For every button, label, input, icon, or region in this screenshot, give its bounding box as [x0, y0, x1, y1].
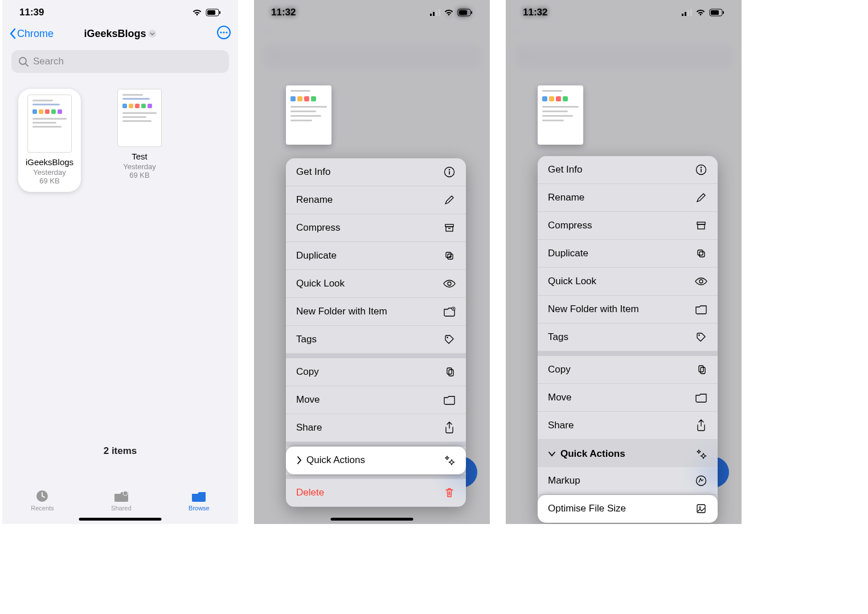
menu-quick-look[interactable]: Quick Look	[538, 268, 718, 296]
pencil-icon	[443, 194, 456, 206]
svg-point-11	[123, 491, 128, 496]
svg-rect-44	[723, 11, 724, 14]
file-preview-thumb	[286, 85, 331, 145]
chevron-down-icon	[149, 30, 157, 38]
menu-delete[interactable]: Delete	[286, 479, 466, 507]
pencil-icon	[695, 191, 707, 204]
menu-quick-actions[interactable]: Quick Actions	[286, 447, 466, 474]
duplicate-icon	[695, 247, 707, 260]
svg-rect-19	[459, 10, 467, 15]
svg-rect-20	[471, 11, 472, 14]
status-time: 11:32	[271, 7, 296, 18]
svg-rect-38	[682, 14, 683, 16]
file-preview-thumb	[538, 85, 583, 145]
search-icon	[18, 56, 28, 67]
compress-image-icon	[695, 502, 707, 515]
menu-rename[interactable]: Rename	[286, 186, 466, 214]
file-size: 69 KB	[18, 177, 81, 185]
item-count: 2 items	[2, 445, 238, 457]
menu-move[interactable]: Move	[286, 386, 466, 414]
menu-separator	[538, 351, 718, 356]
wifi-icon	[444, 9, 454, 17]
archive-icon	[695, 219, 707, 232]
folder-plus-icon	[443, 305, 456, 318]
screen-quick-actions-expanded: 11:32 — — 11:32 Get Info Rename Compress	[506, 0, 742, 524]
menu-quick-actions-header[interactable]: Quick Actions	[538, 440, 718, 467]
context-menu: Get Info Rename Compress Duplicate Quick…	[538, 156, 718, 523]
trash-icon	[443, 486, 456, 499]
tab-recents[interactable]: Recents	[31, 489, 54, 511]
tab-browse[interactable]: Browse	[189, 489, 210, 511]
menu-duplicate[interactable]: Duplicate	[538, 240, 718, 268]
menu-get-info[interactable]: Get Info	[286, 158, 466, 186]
menu-move[interactable]: Move	[538, 384, 718, 412]
folder-plus-icon	[695, 303, 707, 316]
signal-icon	[430, 9, 440, 16]
menu-copy[interactable]: Copy	[538, 356, 718, 384]
file-item-test[interactable]: Test Yesterday 69 KB	[108, 89, 171, 192]
menu-compress[interactable]: Compress	[286, 214, 466, 242]
menu-share[interactable]: Share	[286, 414, 466, 442]
search-input[interactable]: Search	[11, 50, 229, 73]
menu-quick-look[interactable]: Quick Look	[286, 270, 466, 298]
share-icon	[695, 419, 707, 432]
svg-point-52	[699, 280, 703, 283]
status-bar: 11:39	[2, 0, 238, 22]
folder-icon	[695, 391, 707, 404]
more-button[interactable]	[216, 25, 231, 42]
menu-tags[interactable]: Tags	[538, 324, 718, 351]
menu-share[interactable]: Share	[538, 412, 718, 440]
eye-icon	[695, 275, 707, 288]
tab-shared[interactable]: Shared	[111, 489, 131, 511]
menu-get-info[interactable]: Get Info	[538, 156, 718, 184]
info-icon	[695, 163, 707, 176]
menu-separator	[286, 354, 466, 358]
menu-new-folder[interactable]: New Folder with Item	[538, 296, 718, 324]
menu-optimise-file-size[interactable]: Optimise File Size	[538, 495, 718, 523]
duplicate-icon	[443, 249, 456, 262]
back-button[interactable]: Chrome	[9, 28, 54, 40]
wifi-icon	[695, 9, 706, 17]
svg-rect-41	[690, 9, 692, 16]
file-date: Yesterday	[18, 168, 81, 177]
home-indicator[interactable]	[331, 518, 413, 521]
menu-duplicate[interactable]: Duplicate	[286, 242, 466, 270]
svg-rect-49	[698, 224, 705, 229]
svg-point-6	[223, 31, 224, 33]
folder-icon	[443, 394, 456, 406]
svg-rect-16	[436, 10, 437, 16]
file-thumbnail	[27, 95, 72, 153]
svg-rect-1	[207, 10, 215, 15]
home-indicator[interactable]	[79, 518, 162, 521]
file-item-igeeksblogs[interactable]: iGeeksBlogs Yesterday 69 KB	[18, 89, 81, 192]
menu-compress[interactable]: Compress	[538, 212, 718, 240]
svg-point-8	[19, 58, 26, 64]
sparkles-icon	[695, 448, 707, 460]
file-name: Test	[108, 152, 171, 161]
page-title[interactable]: iGeeksBlogs	[84, 28, 156, 40]
menu-markup[interactable]: Markup	[538, 467, 718, 495]
copy-icon	[443, 366, 456, 378]
svg-point-56	[697, 476, 706, 486]
menu-tags[interactable]: Tags	[286, 326, 466, 354]
chevron-down-icon	[548, 451, 556, 457]
status-time: 11:39	[19, 7, 44, 18]
screen-context-menu: 11:32 — — 11:32 Get Info Rename Compress	[254, 0, 490, 524]
status-indicators	[430, 9, 473, 17]
svg-point-35	[447, 337, 448, 338]
markup-icon	[695, 474, 707, 487]
chevron-right-icon	[296, 456, 302, 465]
menu-new-folder[interactable]: New Folder with Item	[286, 298, 466, 326]
svg-point-3	[149, 30, 157, 38]
svg-point-31	[448, 282, 451, 285]
battery-icon	[457, 9, 473, 17]
archive-icon	[443, 222, 456, 234]
svg-rect-50	[698, 250, 703, 255]
tag-icon	[695, 331, 707, 343]
svg-rect-23	[449, 171, 450, 175]
menu-copy[interactable]: Copy	[286, 358, 466, 386]
battery-icon	[206, 9, 221, 17]
wifi-icon	[192, 9, 202, 17]
tag-icon	[443, 333, 456, 346]
menu-rename[interactable]: Rename	[538, 184, 718, 212]
